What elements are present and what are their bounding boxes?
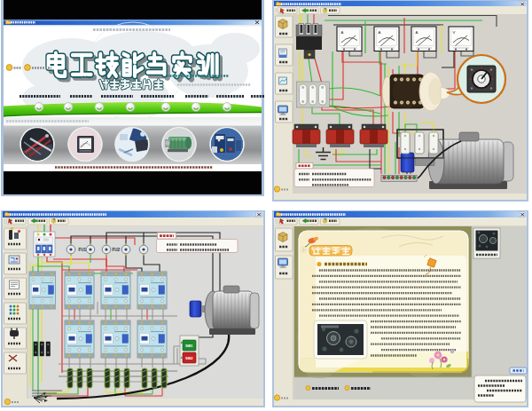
svg-text:A: A xyxy=(341,30,344,35)
svg-text:V: V xyxy=(453,30,456,35)
svg-text:?: ? xyxy=(324,8,326,12)
svg-text:A: A xyxy=(379,30,381,35)
svg-text:SB1: SB1 xyxy=(185,344,193,348)
svg-text:SB2: SB2 xyxy=(185,356,193,360)
svg-text:?: ? xyxy=(324,218,326,223)
svg-text:A: A xyxy=(416,30,419,35)
svg-text:?: ? xyxy=(52,218,55,223)
svg-text:FU1: FU1 xyxy=(79,248,87,252)
svg-text:FU2: FU2 xyxy=(113,248,121,252)
svg-text:CC: CC xyxy=(82,75,89,80)
